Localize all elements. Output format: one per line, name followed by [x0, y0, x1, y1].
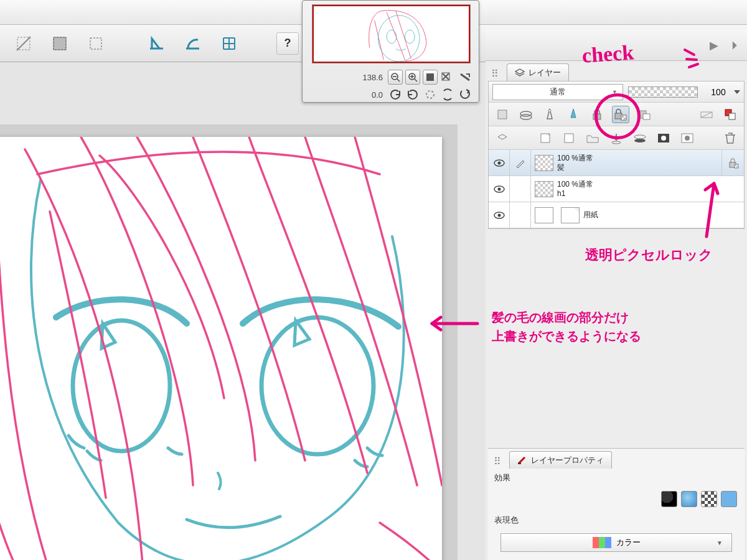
rotate-ccw-icon[interactable]: [388, 87, 403, 102]
clip-mask-icon[interactable]: [494, 106, 511, 123]
new-layer-2-icon[interactable]: [560, 129, 578, 147]
scroll-right-icon[interactable]: ▶: [710, 39, 718, 52]
draft-layer-icon[interactable]: [541, 106, 558, 123]
select-invert-icon[interactable]: [49, 32, 71, 55]
svg-rect-38: [565, 134, 573, 142]
canvas-area: [0, 124, 458, 560]
new-folder-icon[interactable]: [584, 129, 601, 147]
snap-angle-icon[interactable]: [182, 32, 204, 55]
layer-toolbar-1: [489, 103, 744, 126]
paper-icon: [561, 207, 580, 223]
layer-property-panel: ⠿ レイヤープロパティ 効果 表現色 カラー: [488, 448, 745, 560]
layer-opacity-label: 100 %通常: [557, 180, 593, 189]
opacity-slider[interactable]: [628, 86, 698, 98]
svg-rect-36: [729, 113, 735, 119]
svg-point-9: [405, 30, 415, 44]
new-layer-icon[interactable]: [537, 129, 554, 147]
lock-layer-icon[interactable]: [588, 106, 606, 123]
edit-indicator[interactable]: [510, 202, 531, 228]
zoom-in-icon[interactable]: [405, 70, 420, 85]
layer-item-h1[interactable]: 100 %通常 h1: [489, 176, 744, 202]
fit-height-icon[interactable]: [458, 70, 472, 85]
navigator-preview[interactable]: [312, 4, 471, 63]
select-all-icon[interactable]: [85, 32, 107, 55]
svg-point-8: [387, 30, 397, 44]
visibility-toggle[interactable]: [489, 150, 510, 175]
effect-tone-icon[interactable]: [681, 491, 697, 507]
ruler-visibility-icon[interactable]: [698, 106, 715, 123]
blend-mode-select[interactable]: 通常: [492, 84, 623, 100]
layer-name: 髪: [557, 163, 593, 172]
layer-opacity-label: 100 %通常: [557, 154, 593, 162]
svg-point-7: [378, 16, 420, 62]
panel-grip-icon[interactable]: ⠿: [492, 455, 503, 467]
zoom-out-icon[interactable]: [388, 70, 403, 85]
layer-name: h1: [557, 189, 593, 198]
layer-color-swatch-icon[interactable]: [721, 106, 739, 123]
right-dock: ▶ ⏵ ⠿ レイヤー 通常 100: [486, 30, 747, 560]
create-mask-icon[interactable]: [655, 129, 672, 147]
panel-grip-icon[interactable]: ⠿: [489, 68, 500, 80]
layer-dropdown-icon[interactable]: [494, 129, 511, 147]
svg-rect-32: [643, 114, 650, 119]
svg-point-41: [634, 135, 646, 139]
svg-point-25: [548, 110, 551, 112]
reset-rotation-icon[interactable]: [423, 87, 438, 102]
svg-rect-26: [593, 114, 601, 119]
color-mode-label: カラー: [616, 537, 641, 548]
layer-thumbnail: [535, 207, 553, 223]
enable-mask-icon[interactable]: [636, 106, 653, 123]
layer-list: 100 %通常 髪 100 %通常 h1 用紙: [489, 150, 744, 228]
snap-perpendicular-icon[interactable]: [146, 32, 168, 55]
rotation-value: 0.0: [349, 90, 383, 100]
merge-down-icon[interactable]: [631, 129, 649, 147]
apply-mask-icon[interactable]: [679, 129, 696, 147]
layer-item-paper[interactable]: 用紙: [489, 202, 744, 228]
svg-point-40: [634, 139, 646, 142]
effect-pattern-icon[interactable]: [701, 491, 717, 507]
reference-layer-icon[interactable]: [517, 106, 535, 123]
delete-layer-icon[interactable]: [721, 129, 739, 147]
svg-point-39: [612, 141, 621, 144]
effect-border-icon[interactable]: [661, 491, 677, 507]
svg-point-45: [685, 136, 690, 141]
fit-width-icon[interactable]: [440, 70, 455, 85]
svg-rect-17: [426, 73, 434, 81]
dock-header: ▶ ⏵: [486, 30, 747, 61]
effect-label: 効果: [488, 469, 745, 487]
scroll-end-icon[interactable]: ⏵: [730, 39, 741, 52]
svg-point-55: [497, 213, 500, 217]
effect-layercolor-icon[interactable]: [721, 491, 737, 507]
svg-point-19: [426, 91, 434, 98]
opacity-stepper-icon[interactable]: [734, 90, 740, 94]
visibility-toggle[interactable]: [489, 176, 510, 202]
rotate-cw-icon[interactable]: [405, 87, 420, 102]
select-deselect-icon[interactable]: [12, 32, 35, 55]
effect-swatches: [488, 487, 745, 511]
layer-color-icon[interactable]: [565, 106, 582, 123]
flip-horizontal-icon[interactable]: [440, 87, 455, 102]
help-button[interactable]: ?: [276, 32, 299, 55]
svg-line-12: [397, 79, 400, 82]
flip-vertical-icon[interactable]: [458, 87, 472, 102]
svg-line-34: [701, 112, 712, 118]
lock-transparent-pixels-button[interactable]: [612, 106, 629, 123]
transfer-down-icon[interactable]: [608, 129, 625, 147]
visibility-toggle[interactable]: [489, 202, 510, 228]
layer-tab[interactable]: レイヤー: [507, 63, 569, 81]
edit-indicator[interactable]: [510, 176, 531, 202]
color-mode-select[interactable]: カラー: [500, 533, 732, 552]
layer-panel: 通常 100: [488, 81, 745, 229]
canvas[interactable]: [0, 137, 442, 560]
layer-property-tab[interactable]: レイヤープロパティ: [509, 451, 612, 469]
svg-rect-50: [735, 164, 736, 166]
layer-lock-indicator: [721, 150, 744, 175]
fit-screen-icon[interactable]: [423, 70, 438, 85]
edit-indicator[interactable]: [510, 150, 531, 175]
layer-item-hair[interactable]: 100 %通常 髪: [489, 150, 744, 176]
opacity-value: 100: [703, 87, 734, 97]
snap-grid-icon[interactable]: [218, 32, 240, 55]
layer-toolbar-2: [489, 126, 744, 150]
layer-panel-head: ⠿ レイヤー: [486, 61, 747, 81]
property-tab-label: レイヤープロパティ: [531, 455, 604, 466]
